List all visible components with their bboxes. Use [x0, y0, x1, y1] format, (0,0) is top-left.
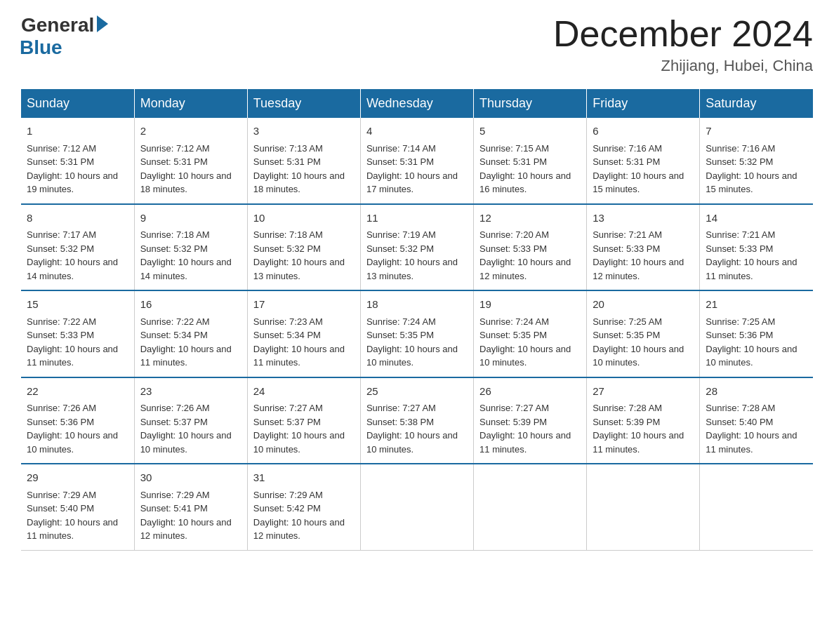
day-number: 26 [479, 384, 581, 400]
week-row-5: 29Sunrise: 7:29 AMSunset: 5:40 PMDayligh… [21, 464, 813, 550]
day-number: 24 [253, 384, 355, 400]
location: Zhijiang, Hubei, China [553, 57, 813, 75]
day-cell: 22Sunrise: 7:26 AMSunset: 5:36 PMDayligh… [21, 377, 134, 464]
day-number: 14 [706, 210, 807, 227]
day-cell [700, 464, 813, 550]
week-row-2: 8Sunrise: 7:17 AMSunset: 5:32 PMDaylight… [21, 204, 813, 291]
day-cell: 15Sunrise: 7:22 AMSunset: 5:33 PMDayligh… [21, 290, 134, 377]
month-title: December 2024 [553, 14, 813, 54]
day-number: 20 [593, 297, 694, 313]
day-number: 3 [253, 123, 355, 140]
day-number: 4 [366, 123, 468, 140]
week-row-3: 15Sunrise: 7:22 AMSunset: 5:33 PMDayligh… [21, 290, 813, 377]
header-monday: Monday [134, 89, 247, 118]
day-cell: 9Sunrise: 7:18 AMSunset: 5:32 PMDaylight… [134, 204, 247, 291]
calendar-table: SundayMondayTuesdayWednesdayThursdayFrid… [21, 89, 813, 551]
title-section: December 2024 Zhijiang, Hubei, China [553, 14, 813, 75]
day-cell: 28Sunrise: 7:28 AMSunset: 5:40 PMDayligh… [700, 377, 813, 464]
week-row-4: 22Sunrise: 7:26 AMSunset: 5:36 PMDayligh… [21, 377, 813, 464]
calendar-header-row: SundayMondayTuesdayWednesdayThursdayFrid… [21, 89, 813, 118]
day-number: 6 [593, 123, 694, 140]
day-cell: 25Sunrise: 7:27 AMSunset: 5:38 PMDayligh… [360, 377, 473, 464]
day-number: 28 [706, 384, 807, 400]
day-number: 19 [479, 297, 581, 313]
day-number: 17 [253, 297, 355, 313]
day-number: 21 [706, 297, 807, 313]
day-cell: 8Sunrise: 7:17 AMSunset: 5:32 PMDaylight… [21, 204, 134, 291]
day-cell: 4Sunrise: 7:14 AMSunset: 5:31 PMDaylight… [360, 118, 473, 204]
day-cell: 19Sunrise: 7:24 AMSunset: 5:35 PMDayligh… [474, 290, 587, 377]
day-cell: 21Sunrise: 7:25 AMSunset: 5:36 PMDayligh… [700, 290, 813, 377]
logo-arrow-icon [97, 15, 108, 32]
day-number: 1 [27, 123, 128, 140]
day-cell: 17Sunrise: 7:23 AMSunset: 5:34 PMDayligh… [247, 290, 360, 377]
day-number: 31 [253, 470, 355, 486]
day-number: 18 [366, 297, 468, 313]
day-cell: 10Sunrise: 7:18 AMSunset: 5:32 PMDayligh… [247, 204, 360, 291]
day-cell: 12Sunrise: 7:20 AMSunset: 5:33 PMDayligh… [474, 204, 587, 291]
header-friday: Friday [587, 89, 700, 118]
day-cell: 3Sunrise: 7:13 AMSunset: 5:31 PMDaylight… [247, 118, 360, 204]
logo-general-text: General [21, 14, 94, 36]
day-cell: 20Sunrise: 7:25 AMSunset: 5:35 PMDayligh… [587, 290, 700, 377]
day-number: 29 [27, 470, 128, 486]
day-number: 10 [253, 210, 355, 227]
day-cell: 7Sunrise: 7:16 AMSunset: 5:32 PMDaylight… [700, 118, 813, 204]
day-number: 8 [27, 210, 128, 227]
day-cell: 1Sunrise: 7:12 AMSunset: 5:31 PMDaylight… [21, 118, 134, 204]
day-number: 13 [593, 210, 694, 227]
day-cell: 23Sunrise: 7:26 AMSunset: 5:37 PMDayligh… [134, 377, 247, 464]
day-cell: 31Sunrise: 7:29 AMSunset: 5:42 PMDayligh… [247, 464, 360, 550]
day-number: 25 [366, 384, 468, 400]
day-number: 9 [140, 210, 241, 227]
day-number: 22 [27, 384, 128, 400]
day-cell: 30Sunrise: 7:29 AMSunset: 5:41 PMDayligh… [134, 464, 247, 550]
header-wednesday: Wednesday [360, 89, 473, 118]
day-cell [474, 464, 587, 550]
day-number: 5 [479, 123, 581, 140]
day-number: 30 [140, 470, 241, 486]
day-cell [587, 464, 700, 550]
header-tuesday: Tuesday [247, 89, 360, 118]
logo-blue-text: Blue [20, 36, 62, 59]
day-number: 7 [706, 123, 807, 140]
week-row-1: 1Sunrise: 7:12 AMSunset: 5:31 PMDaylight… [21, 118, 813, 204]
day-cell: 29Sunrise: 7:29 AMSunset: 5:40 PMDayligh… [21, 464, 134, 550]
logo: General Blue [21, 14, 108, 59]
day-number: 27 [593, 384, 694, 400]
day-cell [360, 464, 473, 550]
day-number: 12 [479, 210, 581, 227]
day-cell: 24Sunrise: 7:27 AMSunset: 5:37 PMDayligh… [247, 377, 360, 464]
day-cell: 11Sunrise: 7:19 AMSunset: 5:32 PMDayligh… [360, 204, 473, 291]
day-cell: 27Sunrise: 7:28 AMSunset: 5:39 PMDayligh… [587, 377, 700, 464]
day-cell: 14Sunrise: 7:21 AMSunset: 5:33 PMDayligh… [700, 204, 813, 291]
page-header: General Blue December 2024 Zhijiang, Hub… [21, 14, 813, 75]
day-cell: 6Sunrise: 7:16 AMSunset: 5:31 PMDaylight… [587, 118, 700, 204]
day-number: 2 [140, 123, 241, 140]
day-number: 16 [140, 297, 241, 313]
day-number: 11 [366, 210, 468, 227]
day-cell: 13Sunrise: 7:21 AMSunset: 5:33 PMDayligh… [587, 204, 700, 291]
day-cell: 26Sunrise: 7:27 AMSunset: 5:39 PMDayligh… [474, 377, 587, 464]
day-cell: 16Sunrise: 7:22 AMSunset: 5:34 PMDayligh… [134, 290, 247, 377]
day-cell: 5Sunrise: 7:15 AMSunset: 5:31 PMDaylight… [474, 118, 587, 204]
day-number: 15 [27, 297, 128, 313]
header-saturday: Saturday [700, 89, 813, 118]
day-number: 23 [140, 384, 241, 400]
day-cell: 18Sunrise: 7:24 AMSunset: 5:35 PMDayligh… [360, 290, 473, 377]
day-cell: 2Sunrise: 7:12 AMSunset: 5:31 PMDaylight… [134, 118, 247, 204]
header-thursday: Thursday [474, 89, 587, 118]
header-sunday: Sunday [21, 89, 134, 118]
